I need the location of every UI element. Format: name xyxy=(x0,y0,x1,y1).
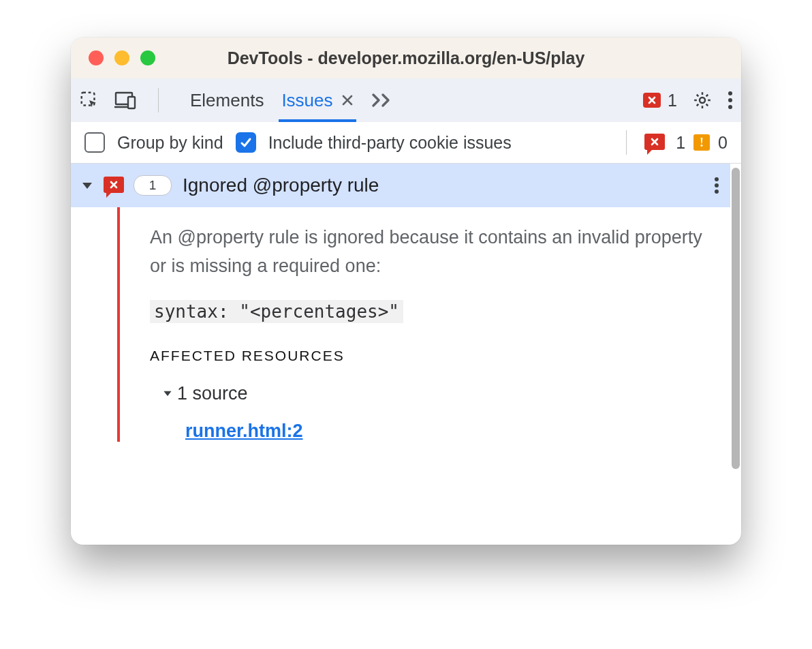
window-controls xyxy=(89,50,155,65)
toolbar-divider xyxy=(158,88,159,112)
svg-point-9 xyxy=(728,91,732,95)
chevron-down-icon xyxy=(80,179,94,192)
svg-point-19 xyxy=(715,190,719,194)
issue-description: An @property rule is ignored because it … xyxy=(150,224,707,281)
svg-point-8 xyxy=(700,97,705,103)
source-summary-row[interactable]: 1 source xyxy=(162,383,707,404)
panel-tabs: Elements Issues xyxy=(190,79,394,121)
tab-elements[interactable]: Elements xyxy=(190,79,264,121)
svg-marker-20 xyxy=(163,391,171,396)
vertical-scrollbar[interactable] xyxy=(730,164,741,545)
more-tabs-icon[interactable] xyxy=(371,93,394,108)
issue-header[interactable]: 1 Ignored @property rule xyxy=(71,164,730,207)
issue-title: Ignored @property rule xyxy=(183,175,714,196)
tab-issues-label: Issues xyxy=(281,90,332,111)
svg-point-11 xyxy=(728,105,732,109)
tab-elements-label: Elements xyxy=(190,90,264,111)
source-link[interactable]: runner.html:2 xyxy=(185,421,303,442)
tab-issues[interactable]: Issues xyxy=(281,79,353,121)
third-party-label: Include third-party cookie issues xyxy=(268,133,512,153)
third-party-checkbox[interactable] xyxy=(236,132,256,153)
issues-panel: 1 Ignored @property rule An @property ru… xyxy=(71,164,741,545)
toolbar-kebab-icon[interactable] xyxy=(728,91,733,110)
options-warning-number: 0 xyxy=(718,133,728,153)
toolbar-error-count[interactable]: 1 xyxy=(643,91,677,110)
issues-options-bar: Group by kind Include third-party cookie… xyxy=(71,122,741,164)
group-by-kind-label: Group by kind xyxy=(117,133,223,153)
svg-point-17 xyxy=(715,177,719,181)
svg-marker-14 xyxy=(82,183,92,189)
tab-close-icon[interactable] xyxy=(341,94,354,106)
issue-body: An @property rule is ignored because it … xyxy=(71,207,730,442)
group-by-kind-checkbox[interactable] xyxy=(84,132,105,153)
affected-resources-heading: AFFECTED RESOURCES xyxy=(150,348,707,364)
issue-counts: 1 ! 0 xyxy=(619,130,728,155)
issue-code: syntax: "<percentages>" xyxy=(150,300,403,323)
source-summary-text: 1 source xyxy=(177,383,248,404)
issue-kebab-icon[interactable] xyxy=(714,177,719,194)
options-divider xyxy=(626,130,627,155)
scrollbar-thumb[interactable] xyxy=(732,168,740,469)
svg-point-18 xyxy=(715,183,719,187)
chevron-down-icon xyxy=(162,388,173,399)
window-minimize-button[interactable] xyxy=(114,50,129,65)
svg-rect-3 xyxy=(128,97,135,108)
error-speech-icon xyxy=(644,134,665,151)
devtools-toolbar: Elements Issues xyxy=(71,78,741,122)
inspect-element-icon[interactable] xyxy=(79,90,99,110)
window-close-button[interactable] xyxy=(89,50,104,65)
svg-point-10 xyxy=(728,98,732,102)
error-badge-icon xyxy=(643,93,661,108)
warning-badge-icon: ! xyxy=(693,134,710,151)
device-toolbar-icon[interactable] xyxy=(114,91,136,110)
issue-count-pill: 1 xyxy=(134,175,172,196)
toolbar-error-number: 1 xyxy=(668,91,677,110)
options-error-number: 1 xyxy=(676,133,685,153)
window-title: DevTools - developer.mozilla.org/en-US/p… xyxy=(71,48,741,68)
devtools-window: DevTools - developer.mozilla.org/en-US/p… xyxy=(71,37,741,545)
settings-gear-icon[interactable] xyxy=(692,90,713,110)
issue-error-icon xyxy=(104,177,124,194)
window-zoom-button[interactable] xyxy=(140,50,155,65)
window-titlebar: DevTools - developer.mozilla.org/en-US/p… xyxy=(71,37,741,78)
